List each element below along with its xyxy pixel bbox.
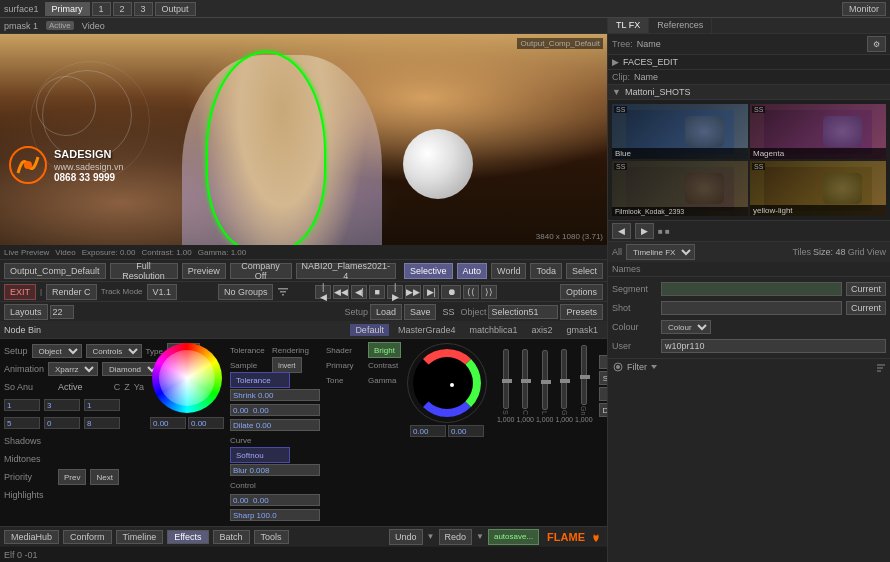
blur-field[interactable] <box>230 464 320 476</box>
bright-btn[interactable]: Bright <box>368 342 401 358</box>
fast-back-btn[interactable]: ⟨⟨ <box>463 285 479 299</box>
gain-thumb[interactable] <box>580 375 590 379</box>
mattoni-label[interactable]: Mattoni_SHOTS <box>625 87 691 97</box>
gamma-thumb[interactable] <box>560 379 570 383</box>
controls-select[interactable]: Controls <box>86 344 142 358</box>
num3[interactable] <box>84 399 120 411</box>
val2-field[interactable] <box>230 494 320 506</box>
shot-current-btn[interactable]: Current <box>846 301 886 315</box>
saturation-track[interactable] <box>503 349 509 409</box>
company-off-btn[interactable]: Company Off <box>230 263 292 279</box>
thumb-magenta[interactable]: SS Magenta <box>750 104 886 159</box>
tools-tab[interactable]: Tools <box>254 530 289 544</box>
preview-btn[interactable]: Preview <box>182 263 226 279</box>
play-end-btn[interactable]: ▶| <box>423 285 439 299</box>
contrast-thumb[interactable] <box>521 379 531 383</box>
thumb-nav-prev[interactable]: ◀ <box>612 223 631 239</box>
dilate-field1[interactable] <box>230 404 320 416</box>
num2[interactable] <box>44 399 80 411</box>
world-btn[interactable]: World <box>491 263 526 279</box>
color-y[interactable] <box>188 417 224 429</box>
play-begin-btn[interactable]: |◀ <box>315 285 331 299</box>
redo-btn[interactable]: Redo <box>439 529 473 545</box>
step-back-btn[interactable]: ◀| <box>351 285 367 299</box>
batch-tab[interactable]: Batch <box>213 530 250 544</box>
lift-track[interactable] <box>542 350 548 410</box>
load-btn[interactable]: Load <box>370 304 402 320</box>
analyzer-select[interactable]: Xparrz <box>48 362 98 376</box>
thumb-yellow[interactable]: SS yellow-light <box>750 161 886 216</box>
thumb-blue[interactable]: SS Blue <box>612 104 748 159</box>
conform-tab[interactable]: Conform <box>63 530 112 544</box>
next-btn[interactable]: Next <box>90 469 118 485</box>
gamma-track[interactable] <box>561 349 567 409</box>
render-btn[interactable]: Render C <box>46 284 97 300</box>
no-groups-btn[interactable]: No Groups <box>218 284 274 300</box>
axis2[interactable]: axis2 <box>526 324 557 336</box>
stop-btn[interactable]: ■ <box>369 285 385 299</box>
full-resolution-btn[interactable]: Full Resolution <box>110 263 178 279</box>
tree-settings-btn[interactable]: ⚙ <box>867 36 886 52</box>
tab-output[interactable]: Output <box>155 2 196 16</box>
object-select[interactable]: Object <box>32 344 82 358</box>
shrink-field[interactable] <box>230 389 320 401</box>
filter-label[interactable]: Filter <box>627 362 647 372</box>
fast-fwd-btn[interactable]: ⟩⟩ <box>481 285 497 299</box>
timeline-fx-select[interactable]: Timeline FX <box>626 244 695 260</box>
viewport-canvas[interactable]: SADESIGN www.sadesign.vn 0868 33 9999 Ou… <box>0 34 607 245</box>
segment-field[interactable] <box>661 282 842 296</box>
tab-1[interactable]: 1 <box>92 2 111 16</box>
user-field[interactable] <box>661 339 886 353</box>
tl-fx-tab[interactable]: TL FX <box>608 18 649 33</box>
options-btn[interactable]: Options <box>560 284 603 300</box>
color-x[interactable] <box>150 417 186 429</box>
num4[interactable] <box>4 417 40 429</box>
sharp-field[interactable] <box>230 509 320 521</box>
tab-primary[interactable]: Primary <box>45 2 90 16</box>
layout-value[interactable] <box>50 305 74 319</box>
colour-select[interactable]: Colour <box>661 320 711 334</box>
mediahub-tab[interactable]: MediaHub <box>4 530 59 544</box>
auto-btn[interactable]: Auto <box>457 263 488 279</box>
shot-field[interactable] <box>661 301 842 315</box>
scope-x[interactable] <box>410 425 446 437</box>
effects-tab[interactable]: Effects <box>167 530 208 544</box>
invert-btn[interactable]: Invert <box>272 357 302 373</box>
monitor-button[interactable]: Monitor <box>842 2 886 16</box>
thumb-nav-next[interactable]: ▶ <box>635 223 654 239</box>
select-btn[interactable]: Select <box>566 263 603 279</box>
tolerance-val-btn[interactable]: Tolerance <box>230 372 290 388</box>
undo-btn[interactable]: Undo <box>389 529 423 545</box>
prev-btn[interactable]: Prev <box>58 469 86 485</box>
exit-btn[interactable]: EXIT <box>4 284 36 300</box>
num1[interactable] <box>4 399 40 411</box>
lift-thumb[interactable] <box>541 380 551 384</box>
save-btn[interactable]: Save <box>404 304 437 320</box>
timeline-tab[interactable]: Timeline <box>116 530 164 544</box>
play-back-btn[interactable]: ◀◀ <box>333 285 349 299</box>
scope-y[interactable] <box>448 425 484 437</box>
matchblica[interactable]: matchblica1 <box>464 324 522 336</box>
num5[interactable] <box>44 417 80 429</box>
toda-btn[interactable]: Toda <box>530 263 562 279</box>
segment-current-btn[interactable]: Current <box>846 282 886 296</box>
output-comp-btn[interactable]: Output_Comp_Default <box>4 263 106 279</box>
v1-btn[interactable]: V1.1 <box>147 284 178 300</box>
softnou-btn[interactable]: Softnou <box>230 447 290 463</box>
step-fwd-btn[interactable]: |▶ <box>387 285 403 299</box>
thumb-film[interactable]: SS Filmlook_Kodak_2393 <box>612 161 748 216</box>
nab-btn[interactable]: NABI20_Flames2021-4 <box>296 263 397 279</box>
color-wheel[interactable] <box>152 343 222 413</box>
saturation-thumb[interactable] <box>502 379 512 383</box>
dilate-field2[interactable] <box>230 419 320 431</box>
selection-field[interactable] <box>488 305 558 319</box>
default-tab[interactable]: Default <box>350 324 389 336</box>
gmask1[interactable]: gmask1 <box>561 324 603 336</box>
faces-edit-label[interactable]: FACES_EDIT <box>623 57 678 67</box>
num6[interactable] <box>84 417 120 429</box>
play-fwd-btn[interactable]: ▶▶ <box>405 285 421 299</box>
tab-2[interactable]: 2 <box>113 2 132 16</box>
record-btn[interactable]: ⏺ <box>441 285 461 299</box>
layouts-btn[interactable]: Layouts <box>4 304 48 320</box>
autosave-btn[interactable]: autosave... <box>488 529 539 545</box>
